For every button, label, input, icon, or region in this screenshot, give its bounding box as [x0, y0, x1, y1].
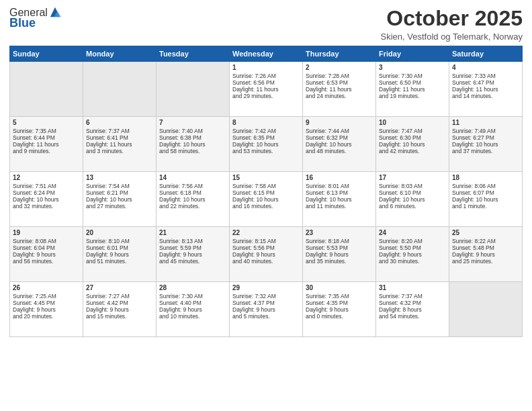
day-number: 27 [86, 284, 153, 291]
sunrise-info: Sunrise: 7:42 AM [232, 128, 300, 134]
sunset-info: Sunset: 4:45 PM [13, 300, 80, 306]
daylight-minutes: and 40 minutes. [232, 258, 300, 265]
sunrise-info: Sunrise: 8:10 AM [86, 238, 153, 244]
col-wednesday: Wednesday [230, 46, 303, 62]
daylight-minutes: and 27 minutes. [86, 203, 153, 210]
day-number: 15 [232, 174, 300, 181]
col-sunday: Sunday [10, 46, 83, 62]
daylight-minutes: and 0 minutes. [306, 313, 373, 320]
day-number: 26 [13, 284, 80, 291]
daylight-hours: Daylight: 10 hours [13, 196, 80, 203]
table-row: 15Sunrise: 7:58 AMSunset: 6:15 PMDayligh… [230, 172, 303, 227]
day-number: 17 [379, 174, 446, 181]
table-row: 19Sunrise: 8:08 AMSunset: 6:04 PMDayligh… [10, 227, 83, 282]
sunrise-info: Sunrise: 7:40 AM [159, 128, 226, 134]
day-number: 5 [13, 119, 80, 126]
table-row: 16Sunrise: 8:01 AMSunset: 6:13 PMDayligh… [303, 172, 376, 227]
daylight-minutes: and 3 minutes. [86, 148, 153, 154]
calendar-week-row: 26Sunrise: 7:25 AMSunset: 4:45 PMDayligh… [10, 282, 523, 337]
sunrise-info: Sunrise: 8:18 AM [306, 238, 373, 244]
sunrise-info: Sunrise: 8:01 AM [306, 183, 373, 189]
header: General Blue October 2025 Skien, Vestfol… [9, 7, 523, 42]
day-number: 2 [306, 64, 373, 71]
daylight-minutes: and 56 minutes. [13, 258, 80, 265]
table-row: 18Sunrise: 8:06 AMSunset: 6:07 PMDayligh… [449, 172, 523, 227]
location-subtitle: Skien, Vestfold og Telemark, Norway [381, 32, 523, 42]
calendar-week-row: 12Sunrise: 7:51 AMSunset: 6:24 PMDayligh… [10, 172, 523, 227]
sunset-info: Sunset: 6:32 PM [306, 134, 373, 141]
calendar-table: Sunday Monday Tuesday Wednesday Thursday… [9, 46, 523, 337]
daylight-hours: Daylight: 9 hours [159, 306, 226, 313]
sunset-info: Sunset: 5:59 PM [159, 244, 226, 251]
daylight-hours: Daylight: 9 hours [306, 251, 373, 258]
table-row: 21Sunrise: 8:13 AMSunset: 5:59 PMDayligh… [157, 227, 230, 282]
sunrise-info: Sunrise: 7:49 AM [452, 128, 519, 134]
daylight-hours: Daylight: 11 hours [13, 141, 80, 148]
sunset-info: Sunset: 6:10 PM [379, 189, 446, 196]
sunset-info: Sunset: 4:35 PM [306, 300, 373, 306]
table-row: 4Sunrise: 7:33 AMSunset: 6:47 PMDaylight… [449, 62, 523, 117]
sunset-info: Sunset: 5:50 PM [379, 244, 446, 251]
daylight-hours: Daylight: 9 hours [86, 251, 153, 258]
daylight-minutes: and 10 minutes. [159, 313, 226, 320]
daylight-minutes: and 14 minutes. [452, 93, 519, 99]
sunset-info: Sunset: 6:41 PM [86, 134, 153, 141]
col-tuesday: Tuesday [157, 46, 230, 62]
sunrise-info: Sunrise: 8:20 AM [379, 238, 446, 244]
daylight-minutes: and 42 minutes. [379, 148, 446, 154]
daylight-hours: Daylight: 9 hours [379, 251, 446, 258]
day-number: 12 [13, 174, 80, 181]
daylight-hours: Daylight: 10 hours [232, 196, 300, 203]
table-row [449, 282, 523, 337]
daylight-minutes: and 20 minutes. [13, 313, 80, 320]
table-row: 17Sunrise: 8:03 AMSunset: 6:10 PMDayligh… [376, 172, 449, 227]
day-number: 10 [379, 119, 446, 126]
daylight-hours: Daylight: 10 hours [452, 196, 519, 203]
daylight-hours: Daylight: 11 hours [379, 86, 446, 93]
table-row: 10Sunrise: 7:47 AMSunset: 6:30 PMDayligh… [376, 117, 449, 172]
sunrise-info: Sunrise: 7:35 AM [13, 128, 80, 134]
daylight-minutes: and 25 minutes. [452, 258, 519, 265]
sunrise-info: Sunrise: 7:51 AM [13, 183, 80, 189]
table-row: 28Sunrise: 7:30 AMSunset: 4:40 PMDayligh… [157, 282, 230, 337]
day-number: 29 [232, 284, 300, 291]
table-row: 13Sunrise: 7:54 AMSunset: 6:21 PMDayligh… [83, 172, 157, 227]
daylight-hours: Daylight: 9 hours [159, 251, 226, 258]
daylight-minutes: and 30 minutes. [379, 258, 446, 265]
table-row: 22Sunrise: 8:15 AMSunset: 5:56 PMDayligh… [230, 227, 303, 282]
sunrise-info: Sunrise: 7:33 AM [452, 73, 519, 79]
table-row: 6Sunrise: 7:37 AMSunset: 6:41 PMDaylight… [83, 117, 157, 172]
sunrise-info: Sunrise: 7:26 AM [232, 73, 300, 79]
sunrise-info: Sunrise: 7:56 AM [159, 183, 226, 189]
sunrise-info: Sunrise: 8:13 AM [159, 238, 226, 244]
col-saturday: Saturday [449, 46, 523, 62]
day-number: 31 [379, 284, 446, 291]
sunset-info: Sunset: 6:35 PM [232, 134, 300, 141]
sunset-info: Sunset: 4:40 PM [159, 300, 226, 306]
table-row: 1Sunrise: 7:26 AMSunset: 6:56 PMDaylight… [230, 62, 303, 117]
sunset-info: Sunset: 6:04 PM [13, 244, 80, 251]
table-row: 3Sunrise: 7:30 AMSunset: 6:50 PMDaylight… [376, 62, 449, 117]
daylight-minutes: and 35 minutes. [306, 258, 373, 265]
daylight-hours: Daylight: 8 hours [379, 306, 446, 313]
sunrise-info: Sunrise: 7:32 AM [232, 293, 300, 300]
daylight-minutes: and 9 minutes. [13, 148, 80, 154]
day-number: 22 [232, 229, 300, 236]
daylight-hours: Daylight: 9 hours [232, 306, 300, 313]
day-number: 14 [159, 174, 226, 181]
sunset-info: Sunset: 5:53 PM [306, 244, 373, 251]
table-row: 31Sunrise: 7:37 AMSunset: 4:32 PMDayligh… [376, 282, 449, 337]
logo: General Blue [9, 7, 61, 30]
day-number: 4 [452, 64, 519, 71]
sunset-info: Sunset: 6:38 PM [159, 134, 226, 141]
sunrise-info: Sunrise: 7:58 AM [232, 183, 300, 189]
sunset-info: Sunset: 6:44 PM [13, 134, 80, 141]
table-row: 8Sunrise: 7:42 AMSunset: 6:35 PMDaylight… [230, 117, 303, 172]
daylight-hours: Daylight: 10 hours [86, 196, 153, 203]
table-row: 24Sunrise: 8:20 AMSunset: 5:50 PMDayligh… [376, 227, 449, 282]
day-number: 24 [379, 229, 446, 236]
day-number: 7 [159, 119, 226, 126]
day-number: 21 [159, 229, 226, 236]
daylight-minutes: and 11 minutes. [306, 203, 373, 210]
daylight-hours: Daylight: 9 hours [13, 306, 80, 313]
